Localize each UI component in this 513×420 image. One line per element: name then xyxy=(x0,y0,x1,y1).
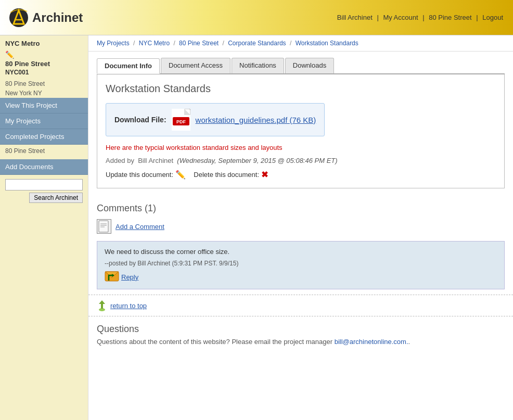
tab-document-info[interactable]: Document Info xyxy=(97,58,160,74)
content-area: Document Info Document Access Notificati… xyxy=(88,52,513,195)
document-actions: Update this document: ✏️ Delete this doc… xyxy=(106,170,496,180)
tab-notifications[interactable]: Notifications xyxy=(232,58,284,73)
tab-downloads[interactable]: Downloads xyxy=(285,58,334,73)
reply-icon xyxy=(105,271,119,283)
header-nav: Bill Archinet | My Account | 80 Pine Str… xyxy=(336,14,505,21)
update-pencil-icon[interactable]: ✏️ xyxy=(175,170,186,180)
search-button[interactable]: Search Archinet xyxy=(29,193,83,203)
added-by-date: (Wednesday, September 9, 2015 @ 05:08:46… xyxy=(177,157,337,164)
update-label: Update this document: xyxy=(106,171,173,179)
sidebar-item-my-projects[interactable]: My Projects xyxy=(0,113,88,129)
return-top-icon xyxy=(97,299,107,312)
download-label: Download File: xyxy=(114,116,166,124)
download-box: Download File: PDF workstation_guideline… xyxy=(106,103,325,136)
delete-label: Delete this document: xyxy=(194,171,259,179)
breadcrumb-80-pine[interactable]: 80 Pine Street xyxy=(179,40,219,47)
questions-section: Questions Questions about the content of… xyxy=(88,316,513,353)
sidebar-address-line1: 80 Pine Street xyxy=(0,79,88,88)
questions-text: Questions about the content of this webs… xyxy=(97,338,505,346)
return-to-top-area: return to top xyxy=(88,295,513,316)
sidebar-plain-project-link[interactable]: 80 Pine Street xyxy=(0,145,88,157)
breadcrumb-my-projects[interactable]: My Projects xyxy=(97,40,130,47)
breadcrumb-corporate-standards[interactable]: Corporate Standards xyxy=(228,40,286,47)
delete-x-icon[interactable]: ✖ xyxy=(261,170,268,180)
reply-link[interactable]: Reply xyxy=(121,273,138,281)
add-comment-doc-icon xyxy=(97,219,111,234)
logo-area: Archinet xyxy=(8,7,83,28)
tab-bar: Document Info Document Access Notificati… xyxy=(97,58,505,74)
download-filename-link[interactable]: workstation_guidelines.pdf (76 KB) xyxy=(196,116,316,124)
header: Archinet Bill Archinet | My Account | 80… xyxy=(0,0,513,35)
header-user-link[interactable]: Bill Archinet xyxy=(337,14,373,21)
svg-rect-8 xyxy=(99,221,108,232)
svg-marker-17 xyxy=(99,300,105,304)
header-my-account-link[interactable]: My Account xyxy=(383,14,418,21)
sidebar-section-label: NYC Metro xyxy=(0,35,88,49)
sidebar: NYC Metro ✏️ 80 Pine Street NYC001 80 Pi… xyxy=(0,35,88,420)
document-panel: Workstation Standards Download File: PDF… xyxy=(97,74,505,188)
comment-item: We need to discuss the corner office siz… xyxy=(97,241,505,289)
reply-area: Reply xyxy=(105,271,497,283)
sidebar-search-area: Search Archinet xyxy=(0,175,88,207)
sidebar-item-completed-projects[interactable]: Completed Projects xyxy=(0,129,88,145)
questions-email-link[interactable]: bill@archinetonline.com. xyxy=(335,338,408,346)
return-top-link[interactable]: return to top xyxy=(110,302,147,310)
sidebar-add-documents[interactable]: Add Documents xyxy=(0,159,88,175)
logo-icon xyxy=(8,7,29,28)
tab-document-access[interactable]: Document Access xyxy=(161,58,230,73)
main-content: My Projects / NYC Metro / 80 Pine Street… xyxy=(88,35,513,420)
document-description: Here are the typcial workstation standar… xyxy=(106,144,496,151)
search-input[interactable] xyxy=(5,179,83,190)
layout: NYC Metro ✏️ 80 Pine Street NYC001 80 Pi… xyxy=(0,35,513,420)
document-icon xyxy=(98,220,110,233)
pdf-icon: PDF xyxy=(172,109,190,131)
svg-text:PDF: PDF xyxy=(176,119,186,124)
breadcrumb-workstation-standards[interactable]: Workstation Standards xyxy=(296,40,358,47)
comment-meta: --posted by Bill Archinet (5:9:31 PM PST… xyxy=(105,260,497,267)
logo-text: Archinet xyxy=(32,10,83,25)
document-title: Workstation Standards xyxy=(106,83,496,95)
comment-text: We need to discuss the corner office siz… xyxy=(105,248,497,256)
breadcrumb-nyc-metro[interactable]: NYC Metro xyxy=(139,40,170,47)
sidebar-project-name: 80 Pine Street xyxy=(0,60,88,69)
edit-icon[interactable]: ✏️ xyxy=(0,49,19,60)
added-by-name: Bill Archinet xyxy=(138,157,173,164)
breadcrumb: My Projects / NYC Metro / 80 Pine Street… xyxy=(88,35,513,52)
sidebar-item-view-project[interactable]: View This Project xyxy=(0,98,88,113)
header-project-link[interactable]: 80 Pine Street xyxy=(429,14,471,21)
header-logout-link[interactable]: Logout xyxy=(482,14,503,21)
add-comment-link[interactable]: Add a Comment xyxy=(116,223,164,231)
document-added-by: Added by Bill Archinet (Wednesday, Septe… xyxy=(106,157,496,164)
sidebar-address-line2: New York NY xyxy=(0,88,88,98)
sidebar-project-code: NYC001 xyxy=(0,69,88,79)
add-comment-area: Add a Comment xyxy=(97,219,505,234)
questions-title: Questions xyxy=(97,324,505,335)
comments-title: Comments (1) xyxy=(97,203,505,214)
comments-section: Comments (1) Add a Comment We need to di… xyxy=(88,195,513,289)
